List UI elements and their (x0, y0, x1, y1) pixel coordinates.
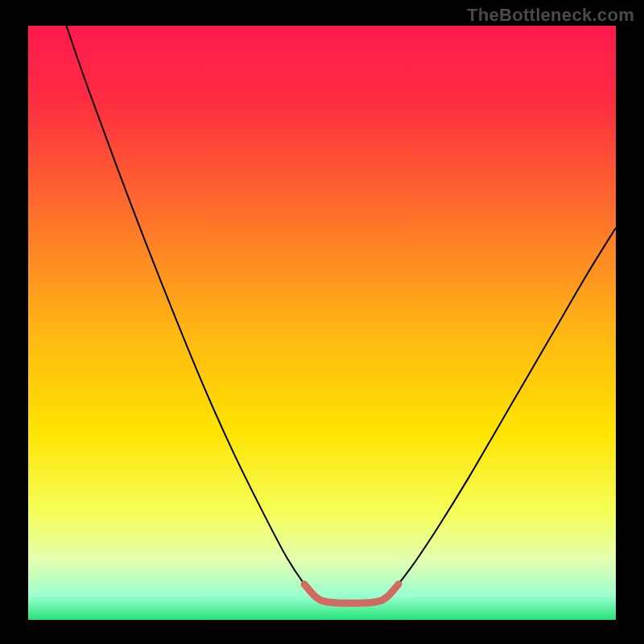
chart-background (28, 26, 616, 620)
watermark-text: TheBottleneck.com (467, 5, 634, 26)
bottleneck-chart (0, 0, 644, 644)
chart-frame: TheBottleneck.com (0, 0, 644, 644)
